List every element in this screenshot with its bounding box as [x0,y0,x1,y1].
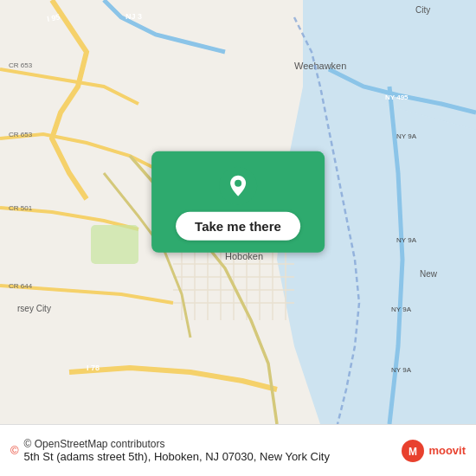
moovit-brand-icon: M [401,439,425,463]
moovit-brand-text: moovit [428,444,466,457]
address-text: 5th St (adams street 5th), Hoboken, NJ 0… [24,450,330,463]
svg-text:CR 644: CR 644 [9,282,33,290]
svg-text:NY 9A: NY 9A [391,366,412,374]
svg-text:City: City [415,5,430,15]
location-pin-icon [219,167,257,205]
svg-text:CR 653: CR 653 [9,61,33,69]
svg-point-42 [235,180,241,187]
osm-credit: © OpenStreetMap contributors [24,438,330,450]
svg-text:NY 9A: NY 9A [396,236,417,244]
svg-text:New: New [420,269,438,279]
svg-text:M: M [408,446,417,458]
map-container: Weehawken Hoboken rsey City I 95 NJ 3 CR… [0,0,476,424]
svg-rect-23 [91,225,138,264]
svg-text:NY 9A: NY 9A [396,132,417,140]
svg-text:CR 653: CR 653 [9,131,33,138]
footer-bar: © © OpenStreetMap contributors 5th St (a… [0,424,476,476]
osm-icon: © [10,444,19,457]
svg-text:rsey City: rsey City [17,304,51,313]
svg-text:NY 9A: NY 9A [391,306,412,313]
green-card[interactable]: Take me there [151,151,325,253]
svg-text:NJ 3: NJ 3 [125,12,142,21]
svg-text:CR 501: CR 501 [9,204,33,212]
footer-info: © OpenStreetMap contributors 5th St (ada… [24,438,330,463]
moovit-logo: M moovit [401,439,466,463]
take-me-there-button[interactable]: Take me there [176,212,300,241]
svg-text:Weehawken: Weehawken [294,61,346,71]
footer-left: © © OpenStreetMap contributors 5th St (a… [10,438,401,463]
take-me-there-overlay[interactable]: Take me there [151,151,325,253]
svg-text:I 78: I 78 [87,363,100,372]
svg-text:NY 495: NY 495 [385,93,408,101]
